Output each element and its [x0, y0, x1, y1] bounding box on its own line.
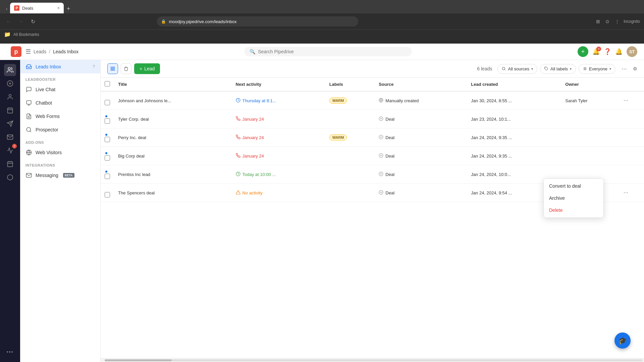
settings-icon[interactable]: ⚙: [633, 66, 637, 71]
row-checkbox-cell: [101, 184, 114, 202]
lead-title[interactable]: Tyler Corp. deal: [118, 117, 149, 122]
sidebar-help-icon[interactable]: ?: [93, 64, 95, 69]
sidebar-icon-reports[interactable]: 7: [4, 144, 16, 157]
browser-tab-deals[interactable]: P Deals ×: [10, 3, 64, 13]
browser-tabs: ‹ P Deals × +: [0, 0, 644, 13]
nav-forward-btn[interactable]: →: [16, 17, 25, 26]
source-text: Deal: [385, 135, 394, 140]
alerts-btn[interactable]: 🔔: [615, 48, 623, 55]
svg-rect-25: [113, 69, 114, 70]
row-checkbox[interactable]: [105, 100, 110, 105]
source-text: Manually created: [385, 98, 419, 103]
row-created-cell: Jan 24, 2024, 9:35 ...: [467, 128, 561, 147]
source-icon: [379, 190, 383, 196]
toolbar-more-btn[interactable]: ⋯: [618, 64, 630, 74]
bookmarks-bar: 📁 All Bookmarks: [0, 29, 644, 39]
grid-view-btn[interactable]: [107, 63, 118, 74]
context-menu-delete[interactable]: Delete: [544, 204, 603, 216]
activity-text: January 24: [243, 135, 264, 140]
web-forms-label: Web Forms: [36, 114, 60, 119]
row-actions-cell: [620, 110, 644, 128]
row-checkbox[interactable]: [105, 174, 110, 179]
header-search-area: 🔍: [83, 47, 574, 56]
row-checkbox[interactable]: [105, 137, 110, 142]
lead-title[interactable]: The Spencers deal: [118, 190, 155, 195]
sidebar-item-web-visitors[interactable]: Web Visitors: [20, 146, 100, 159]
sidebar-item-live-chat[interactable]: Live Chat: [20, 83, 100, 96]
web-visitors-label: Web Visitors: [36, 150, 62, 155]
lead-title[interactable]: Perry Inc. deal: [118, 135, 146, 140]
extensions-btn[interactable]: ⊞: [595, 17, 601, 25]
everyone-filter[interactable]: Everyone ▾: [579, 64, 615, 74]
row-title-cell: Tyler Corp. deal: [114, 110, 232, 128]
sidebar-icon-leads[interactable]: [4, 64, 16, 76]
breadcrumb-separator: /: [49, 49, 50, 54]
sidebar-icon-products[interactable]: [4, 171, 16, 183]
sidebar-icon-activities[interactable]: [4, 104, 16, 116]
source-icon: [379, 172, 383, 177]
context-menu-archive[interactable]: Archive: [544, 192, 603, 204]
row-more-btn[interactable]: ⋯: [624, 98, 628, 103]
horizontal-scrollbar[interactable]: [101, 358, 644, 362]
help-fab[interactable]: 🎓: [614, 333, 631, 349]
context-menu-convert[interactable]: Convert to deal: [544, 180, 603, 192]
add-lead-btn[interactable]: + Lead: [134, 63, 160, 74]
sidebar-icon-calendar[interactable]: [4, 158, 16, 170]
search-input[interactable]: [258, 49, 407, 54]
nav-reload-btn[interactable]: ↻: [28, 17, 38, 26]
url-text: moodjoy.pipedrive.com/leads/inbox: [169, 19, 236, 24]
row-source-cell: Manually created: [375, 91, 467, 110]
table-row: Tyler Corp. deal January 24 Deal Jan 23,…: [101, 110, 644, 128]
row-source-cell: Deal: [375, 184, 467, 202]
sidebar-icon-contacts[interactable]: [4, 91, 16, 103]
sidebar-icon-campaigns[interactable]: [4, 118, 16, 130]
source-text: Deal: [385, 190, 394, 195]
lead-title[interactable]: Big Corp deal: [118, 154, 145, 159]
row-activity-cell: January 24: [232, 147, 325, 165]
row-created-cell: Jan 30, 2024, 8:55 ...: [467, 91, 561, 110]
address-bar[interactable]: 🔒 moodjoy.pipedrive.com/leads/inbox: [157, 16, 358, 26]
new-tab-btn[interactable]: +: [64, 4, 73, 13]
sidebar-icon-deals[interactable]: [4, 77, 16, 89]
row-title-cell: Perry Inc. deal: [114, 128, 232, 147]
lead-title[interactable]: Johnson and Johnsons le...: [118, 98, 171, 103]
select-all-checkbox[interactable]: [105, 81, 110, 86]
row-more-btn[interactable]: ⋯: [624, 190, 628, 195]
all-labels-filter[interactable]: All labels ▾: [540, 64, 576, 74]
sidebar-item-leads-inbox[interactable]: Leads Inbox ?: [20, 60, 100, 73]
more-options-btn[interactable]: ⋮: [613, 17, 621, 25]
row-checkbox[interactable]: [105, 155, 110, 161]
source-text: Deal: [385, 172, 394, 177]
lead-title[interactable]: Prentiss Inc lead: [118, 172, 150, 177]
breadcrumb-leads: Leads: [34, 49, 46, 54]
search-bar[interactable]: 🔍: [244, 47, 412, 56]
nav-back-btn[interactable]: ←: [4, 17, 13, 26]
row-title-cell: Johnson and Johnsons le...: [114, 91, 232, 110]
help-btn[interactable]: ❓: [604, 48, 611, 55]
tab-back-btn[interactable]: ‹: [3, 4, 10, 13]
row-activity-cell: No activity: [232, 184, 325, 202]
sidebar-item-prospector[interactable]: Prospector: [20, 123, 100, 136]
sources-chevron-icon: ▾: [531, 67, 533, 71]
messaging-icon: [25, 172, 32, 179]
add-btn[interactable]: +: [578, 46, 588, 57]
avatar[interactable]: ST: [627, 46, 637, 57]
notifications-btn[interactable]: 🔔 9: [592, 48, 600, 55]
hamburger-icon[interactable]: ☰: [25, 48, 31, 55]
lock-icon: 🔒: [161, 19, 166, 24]
header-actions: [620, 78, 644, 91]
all-sources-filter[interactable]: All sources ▾: [497, 64, 537, 74]
sidebar-item-messaging[interactable]: Messaging BETA: [20, 169, 100, 182]
svg-rect-5: [8, 108, 13, 113]
profile-btn[interactable]: ⊙: [604, 17, 611, 25]
row-checkbox[interactable]: [105, 118, 110, 124]
row-checkbox[interactable]: [105, 192, 110, 197]
tab-close-btn[interactable]: ×: [57, 6, 60, 10]
sidebar-item-chatbot[interactable]: Chatbot: [20, 96, 100, 110]
scrollbar-thumb[interactable]: [105, 359, 172, 361]
sidebar-icon-more[interactable]: •••: [4, 346, 16, 358]
row-owner-cell: [561, 110, 620, 128]
sidebar-icon-mail[interactable]: [4, 131, 16, 143]
sidebar-item-web-forms[interactable]: Web Forms: [20, 110, 100, 123]
delete-btn[interactable]: [121, 63, 131, 74]
